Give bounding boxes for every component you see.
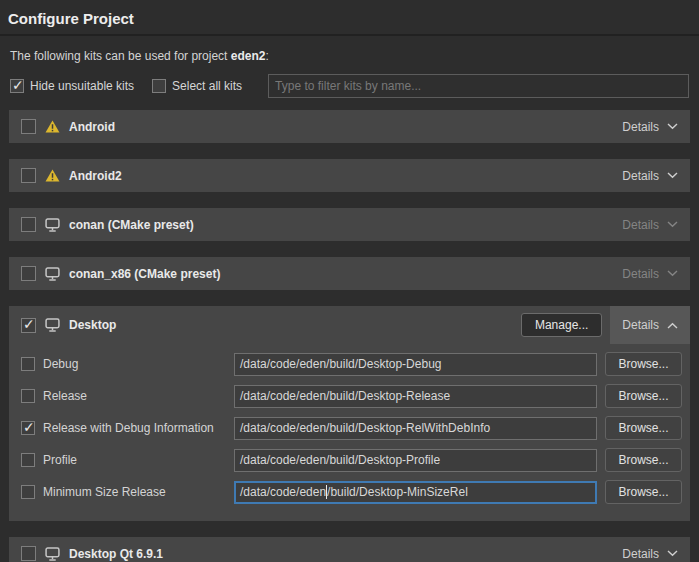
details-toggle[interactable]: Details [610, 306, 690, 344]
build-dir-input[interactable]: /data/code/eden/build/Desktop-Profile [234, 449, 597, 472]
details-label: Details [622, 218, 659, 232]
config-checkbox[interactable] [21, 389, 35, 403]
kit-filter-input[interactable] [268, 74, 689, 98]
desktop-icon [45, 267, 60, 281]
kit-header[interactable]: conan (CMake preset) Details [9, 208, 690, 241]
browse-button[interactable]: Browse... [605, 480, 682, 504]
browse-button[interactable]: Browse... [605, 448, 682, 472]
config-checkbox-group[interactable]: Release with Debug Information [21, 421, 234, 435]
kit-checkbox[interactable] [21, 168, 36, 183]
desktop-icon [45, 318, 60, 332]
kit-name: conan_x86 (CMake preset) [69, 267, 220, 281]
chevron-down-icon [667, 123, 678, 130]
chevron-down-icon [667, 550, 678, 557]
details-toggle[interactable]: Details [610, 537, 690, 562]
browse-button[interactable]: Browse... [605, 384, 682, 408]
details-toggle[interactable]: Details [610, 208, 690, 241]
kit-row-desktop: Desktop Manage... Details Debug /data/co… [9, 306, 690, 521]
details-toggle[interactable]: Details [610, 257, 690, 290]
kit-checkbox[interactable] [21, 546, 36, 561]
kit-name: Desktop [69, 318, 116, 332]
chevron-down-icon [667, 172, 678, 179]
checkbox-icon[interactable] [10, 79, 24, 93]
config-checkbox[interactable] [21, 453, 35, 467]
build-config-row-debug: Debug /data/code/eden/build/Desktop-Debu… [9, 352, 690, 376]
build-config-row-relwithdebinfo: Release with Debug Information /data/cod… [9, 416, 690, 440]
details-label: Details [622, 169, 659, 183]
select-all-kits-label: Select all kits [172, 79, 242, 93]
kit-name: Desktop Qt 6.9.1 [69, 547, 163, 561]
chevron-down-icon [667, 221, 678, 228]
config-label: Release with Debug Information [43, 421, 214, 435]
details-toggle[interactable]: Details [610, 159, 690, 192]
build-dir-input[interactable]: /data/code/eden/build/Desktop-Debug [234, 353, 597, 376]
kit-row-android2: Android2 Details [9, 159, 690, 192]
kit-header[interactable]: Desktop Manage... Details [9, 306, 690, 344]
kit-header[interactable]: Desktop Qt 6.9.1 Details [9, 537, 690, 562]
browse-button[interactable]: Browse... [605, 352, 682, 376]
kit-row-android: Android Details [9, 110, 690, 143]
build-dir-input-focused[interactable]: /data/code/eden/build/Desktop-MinSizeRel [234, 481, 597, 504]
build-config-row-profile: Profile /data/code/eden/build/Desktop-Pr… [9, 448, 690, 472]
warning-icon [45, 120, 60, 133]
kit-name: Android [69, 120, 115, 134]
details-label: Details [622, 318, 659, 332]
details-label: Details [622, 267, 659, 281]
checkbox-icon[interactable] [152, 79, 166, 93]
details-label: Details [622, 120, 659, 134]
details-toggle[interactable]: Details [610, 110, 690, 143]
desktop-icon [45, 547, 60, 561]
config-checkbox[interactable] [21, 485, 35, 499]
warning-icon [45, 169, 60, 182]
config-checkbox[interactable] [21, 421, 35, 435]
config-checkbox-group[interactable]: Minimum Size Release [21, 485, 234, 499]
kit-checkbox[interactable] [21, 318, 36, 333]
build-dir-input[interactable]: /data/code/eden/build/Desktop-RelWithDeb… [234, 417, 597, 440]
kit-checkbox[interactable] [21, 266, 36, 281]
desktop-icon [45, 218, 60, 232]
config-checkbox-group[interactable]: Release [21, 389, 234, 403]
kit-row-conan: conan (CMake preset) Details [9, 208, 690, 241]
hide-unsuitable-kits-label: Hide unsuitable kits [30, 79, 134, 93]
kit-controls: Hide unsuitable kits Select all kits [10, 74, 689, 98]
config-label: Minimum Size Release [43, 485, 166, 499]
select-all-kits-checkbox[interactable]: Select all kits [152, 79, 242, 93]
chevron-up-icon [667, 322, 678, 329]
kit-checkbox[interactable] [21, 217, 36, 232]
config-checkbox-group[interactable]: Profile [21, 453, 234, 467]
kit-row-conan-x86: conan_x86 (CMake preset) Details [9, 257, 690, 290]
build-config-row-release: Release /data/code/eden/build/Desktop-Re… [9, 384, 690, 408]
config-label: Debug [43, 357, 78, 371]
config-checkbox-group[interactable]: Debug [21, 357, 234, 371]
chevron-down-icon [667, 270, 678, 277]
config-checkbox[interactable] [21, 357, 35, 371]
intro-text: The following kits can be used for proje… [10, 49, 689, 63]
build-config-row-minsizerel: Minimum Size Release /data/code/eden/bui… [9, 480, 690, 504]
title-separator [0, 34, 699, 36]
config-label: Release [43, 389, 87, 403]
kit-list: Android Details Android2 Details [9, 110, 690, 562]
browse-button[interactable]: Browse... [605, 416, 682, 440]
kit-header[interactable]: Android Details [9, 110, 690, 143]
details-label: Details [622, 547, 659, 561]
manage-kits-button[interactable]: Manage... [521, 313, 602, 337]
kit-row-desktop-qt: Desktop Qt 6.9.1 Details [9, 537, 690, 562]
hide-unsuitable-kits-checkbox[interactable]: Hide unsuitable kits [10, 79, 134, 93]
kit-header[interactable]: Android2 Details [9, 159, 690, 192]
build-dir-input[interactable]: /data/code/eden/build/Desktop-Release [234, 385, 597, 408]
project-name: eden2 [231, 49, 266, 63]
kit-header[interactable]: conan_x86 (CMake preset) Details [9, 257, 690, 290]
kit-name: Android2 [69, 169, 122, 183]
page-title: Configure Project [0, 0, 699, 34]
kit-name: conan (CMake preset) [69, 218, 194, 232]
config-label: Profile [43, 453, 77, 467]
kit-checkbox[interactable] [21, 119, 36, 134]
